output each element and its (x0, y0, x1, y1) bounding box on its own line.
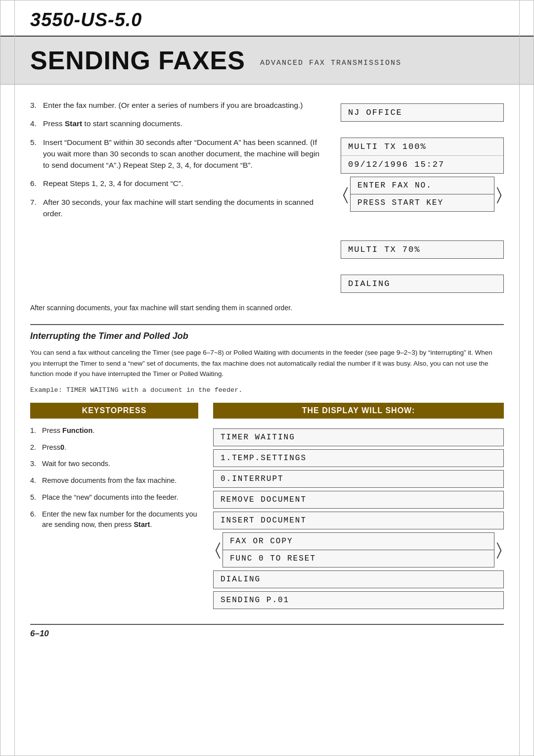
bottom-display-right: TIMER WAITING 1.TEMP.SETTINGS 0.INTERRUP… (198, 425, 504, 609)
lcd-spacer-4 (341, 262, 504, 272)
b-step-6-text: Enter the new fax number for the documen… (42, 509, 198, 531)
lcd-multi-tx-70: MULTI TX 70% (341, 240, 504, 259)
arrow-right-bracket: 〉 (494, 177, 504, 212)
lcd-date-time: 09/12/1996 15:27 (341, 156, 503, 173)
lcd-fax-or-copy: FAX OR COPY (222, 532, 494, 550)
page-number: 6–10 (30, 629, 49, 639)
b-step-2: 2. Press0. (30, 442, 198, 453)
lcd-spacer-1 (341, 125, 504, 135)
steps-list: 3. Enter the fax number. (Or enter a ser… (30, 99, 326, 219)
b-step-5: 5. Place the “new” documents into the fe… (30, 492, 198, 503)
bottom-steps-section: 1. Press Function. 2. Press0. 3. Wait fo… (30, 425, 504, 609)
step-6: 6. Repeat Steps 1, 2, 3, 4 for document … (30, 178, 326, 189)
step-3-text: Enter the fax number. (Or enter a series… (43, 99, 326, 111)
bottom-steps-list: 1. Press Function. 2. Press0. 3. Wait fo… (30, 425, 198, 530)
border-left (14, 0, 15, 756)
model-bar: 3550-US-5.0 (0, 0, 534, 37)
step-4: 4. Press Start to start scanning documen… (30, 118, 326, 129)
main-content-top: 3. Enter the fax number. (Or enter a ser… (0, 85, 534, 293)
lcd-spacer-3 (341, 228, 504, 237)
steps-column: 3. Enter the fax number. (Or enter a ser… (30, 99, 341, 293)
b-step-2-text: Press0. (42, 442, 198, 453)
lcd-spacer-2 (341, 215, 504, 225)
step-7-text: After 30 seconds, your fax machine will … (43, 196, 326, 220)
page: 3550-US-5.0 SENDING FAXES ADVANCED FAX T… (0, 0, 534, 756)
keys-header: KEYSTOPRESS (30, 403, 198, 419)
lcd-enter-press-group: ENTER FAX NO. PRESS START KEY (350, 177, 494, 212)
step-3: 3. Enter the fax number. (Or enter a ser… (30, 99, 326, 111)
arrow-left-bracket-2: 〈 (213, 532, 222, 567)
lcd-timer-waiting: TIMER WAITING (213, 428, 504, 446)
step-7: 7. After 30 seconds, your fax machine wi… (30, 196, 326, 220)
step-7-num: 7. (30, 196, 43, 220)
b-step-1-text: Press Function. (42, 425, 198, 436)
b-step-4-num: 4. (30, 475, 42, 486)
kd-left-header: KEYSTOPRESS (30, 403, 198, 419)
lcd-multi-tx-100: MULTI TX 100% (341, 138, 503, 156)
b-step-6-num: 6. (30, 509, 42, 531)
b-step-4: 4. Remove documents from the fax machine… (30, 475, 198, 486)
kd-headers-row: KEYSTOPRESS THE DISPLAY WILL SHOW: (30, 403, 504, 419)
interrupt-body: You can send a fax without canceling the… (30, 347, 504, 379)
b-step-2-num: 2. (30, 442, 42, 453)
step-3-num: 3. (30, 99, 43, 111)
step-5-text: Insert “Document B” within 30 seconds af… (43, 137, 326, 171)
lcd-sending: SENDING P.01 (213, 591, 504, 609)
bottom-steps-left: 1. Press Function. 2. Press0. 3. Wait fo… (30, 425, 198, 609)
lcd-dialing-bottom: DIALING (213, 570, 504, 588)
b-step-1-num: 1. (30, 425, 42, 436)
section-divider (30, 324, 504, 325)
arrow-left-bracket: 〈 (341, 177, 350, 212)
lcd-press-start: PRESS START KEY (350, 194, 494, 212)
step-6-text: Repeat Steps 1, 2, 3, 4 for document “C”… (43, 178, 326, 189)
display-column-top: NJ OFFICE MULTI TX 100% 09/12/1996 15:27… (341, 99, 504, 293)
arrow-right-bracket-2: 〉 (494, 532, 504, 567)
border-right (519, 0, 520, 756)
page-footer: 6–10 (30, 624, 504, 639)
after-note: After scanning documents, your fax machi… (30, 303, 504, 313)
b-step-6: 6. Enter the new fax number for the docu… (30, 509, 198, 531)
interrupt-title: Interrupting the Timer and Polled Job (30, 331, 504, 341)
header-title: SENDING FAXES (30, 46, 245, 75)
b-step-3-num: 3. (30, 459, 42, 470)
lcd-interrupt: 0.INTERRUPT (213, 470, 504, 488)
step-5-num: 5. (30, 137, 43, 171)
lcd-func-reset: FUNC 0 TO RESET (222, 550, 494, 567)
b-step-3-text: Wait for two seconds. (42, 459, 198, 470)
lcd-temp-settings: 1.TEMP.SETTINGS (213, 449, 504, 467)
b-step-1: 1. Press Function. (30, 425, 198, 436)
lcd-dialing-top: DIALING (341, 275, 504, 293)
lcd-fax-copy-arrow: 〈 FAX OR COPY FUNC 0 TO RESET 〉 (213, 532, 504, 567)
b-step-4-text: Remove documents from the fax machine. (42, 475, 198, 486)
lcd-insert-document: INSERT DOCUMENT (213, 512, 504, 529)
header-subtitle: ADVANCED FAX TRANSMISSIONS (260, 59, 401, 67)
display-header: THE DISPLAY WILL SHOW: (213, 403, 504, 419)
step-6-num: 6. (30, 178, 43, 189)
lcd-enter-fax: ENTER FAX NO. (350, 177, 494, 194)
header-section: SENDING FAXES ADVANCED FAX TRANSMISSIONS (0, 37, 534, 85)
b-step-5-text: Place the “new” documents into the feede… (42, 492, 198, 503)
lcd-remove-document: REMOVE DOCUMENT (213, 491, 504, 509)
b-step-3: 3. Wait for two seconds. (30, 459, 198, 470)
step-5: 5. Insert “Document B” within 30 seconds… (30, 137, 326, 171)
step-4-num: 4. (30, 118, 43, 129)
bottom-padding (0, 639, 534, 659)
lcd-nj-office: NJ OFFICE (341, 103, 504, 122)
model-number: 3550-US-5.0 (30, 9, 142, 31)
kd-right-header: THE DISPLAY WILL SHOW: (198, 403, 504, 419)
lcd-enter-fax-arrow: 〈 ENTER FAX NO. PRESS START KEY 〉 (341, 177, 504, 212)
example-note: Example: TIMER WAITING with a document i… (30, 386, 504, 394)
b-step-5-num: 5. (30, 492, 42, 503)
lcd-multi-tx-group: MULTI TX 100% 09/12/1996 15:27 (341, 138, 504, 174)
lcd-fax-func-group: FAX OR COPY FUNC 0 TO RESET (222, 532, 494, 567)
step-4-text: Press Start to start scanning documents. (43, 118, 326, 129)
